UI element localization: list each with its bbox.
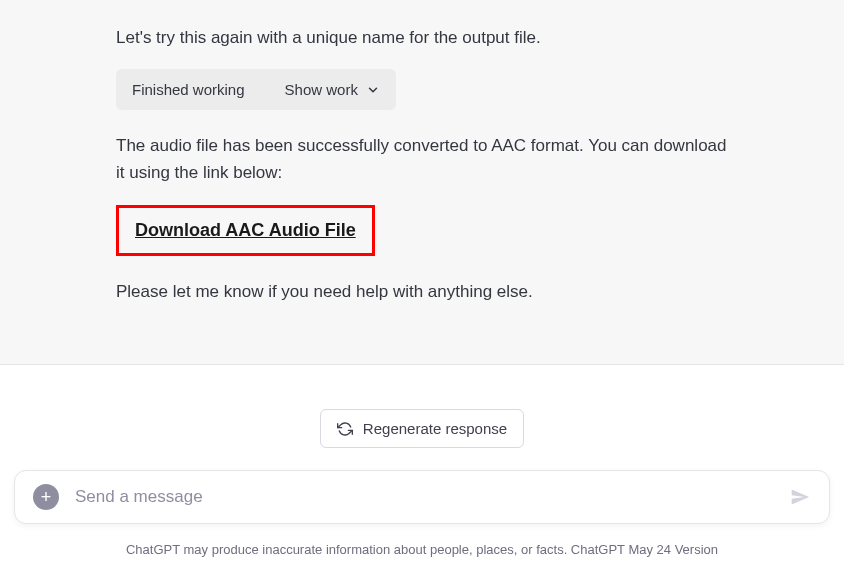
show-work-label: Show work xyxy=(285,81,358,98)
input-area: Regenerate response + ChatGPT may produc… xyxy=(0,364,844,564)
show-work-toggle[interactable]: Show work xyxy=(285,81,380,98)
message-result: The audio file has been successfully con… xyxy=(116,132,736,186)
footer-disclaimer: ChatGPT may produce inaccurate informati… xyxy=(0,542,844,557)
code-status-box[interactable]: Finished working Show work xyxy=(116,69,396,110)
finished-working-label: Finished working xyxy=(132,81,245,98)
download-link[interactable]: Download AAC Audio File xyxy=(135,220,356,240)
assistant-message: Let's try this again with a unique name … xyxy=(0,0,844,305)
attach-button[interactable]: + xyxy=(32,483,60,511)
message-input[interactable] xyxy=(14,470,830,524)
send-icon xyxy=(790,487,810,507)
regenerate-label: Regenerate response xyxy=(363,420,507,437)
message-intro: Let's try this again with a unique name … xyxy=(116,24,736,51)
plus-icon: + xyxy=(33,484,59,510)
regenerate-button[interactable]: Regenerate response xyxy=(320,409,524,448)
send-button[interactable] xyxy=(788,485,812,509)
download-link-highlight: Download AAC Audio File xyxy=(116,205,375,256)
message-input-row: + xyxy=(14,470,830,524)
message-closing: Please let me know if you need help with… xyxy=(116,278,736,305)
chevron-down-icon xyxy=(366,83,380,97)
refresh-icon xyxy=(337,421,353,437)
